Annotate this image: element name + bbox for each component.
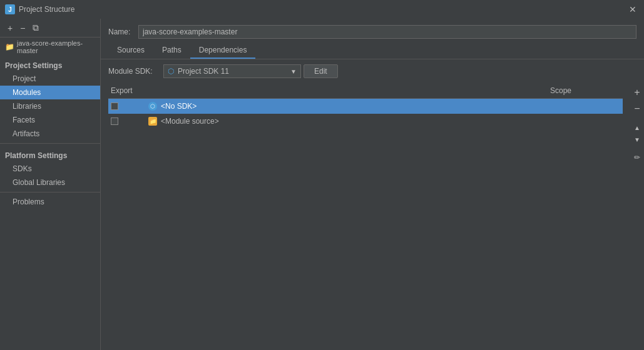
copy-module-button[interactable]: ⧉ [30, 21, 41, 34]
row-export-module-source [108, 116, 146, 126]
close-button[interactable]: ✕ [626, 3, 639, 16]
name-input[interactable] [138, 25, 636, 39]
sdk-select-inner: ⬡ Project SDK 11 [168, 67, 229, 76]
export-checkbox-no-sdk[interactable] [111, 102, 118, 110]
dependencies-table: Export Scope ⬡ <No SD [108, 83, 623, 350]
sidebar-item-project-label: Project [13, 74, 36, 83]
project-settings-header: Project Settings [0, 56, 100, 72]
sidebar-item-modules-label: Modules [13, 88, 41, 97]
edit-sdk-button[interactable]: Edit [304, 64, 338, 78]
sidebar-item-problems-label: Problems [13, 198, 44, 206]
export-checkbox-module-source[interactable] [111, 118, 118, 125]
row-scope-no-sdk [548, 105, 623, 108]
add-dependency-button[interactable]: + [631, 86, 643, 99]
tab-sources[interactable]: Sources [108, 42, 153, 59]
sidebar-item-facets-label: Facets [13, 116, 35, 124]
row-export-no-sdk [108, 101, 146, 111]
remove-dependency-button[interactable]: − [631, 102, 643, 116]
sidebar-item-modules[interactable]: Modules [0, 86, 100, 99]
no-sdk-text: <No SDK> [161, 102, 197, 111]
platform-settings-header: Platform Settings [0, 146, 100, 162]
sidebar-item-project[interactable]: Project [0, 72, 100, 86]
move-up-button[interactable]: ▲ [631, 123, 643, 132]
sidebar-item-problems[interactable]: Problems [0, 195, 100, 209]
row-scope-module-source [548, 120, 623, 122]
sdk-dropdown[interactable]: ⬡ Project SDK 11 ▼ [163, 64, 301, 78]
app-icon: J [5, 4, 15, 14]
module-sdk-row: Module SDK: ⬡ Project SDK 11 ▼ Edit [101, 59, 644, 83]
sdk-select-icon: ⬡ [168, 67, 174, 76]
sidebar-item-global-libraries[interactable]: Global Libraries [0, 176, 100, 189]
divider2 [0, 192, 100, 192]
edit-dependency-button[interactable]: ✏ [631, 152, 643, 163]
module-source-icon: 📁 [148, 117, 157, 126]
sidebar-item-libraries-label: Libraries [13, 102, 41, 111]
side-actions: + − ▲ ▼ ✏ [630, 83, 644, 350]
name-label: Name: [108, 28, 133, 36]
project-structure-window: J Project Structure ✕ + − ⧉ 📁 java-score… [0, 0, 644, 350]
col-header-scope: Scope [548, 85, 623, 96]
folder-icon: 📁 [5, 42, 14, 51]
table-row-module-source[interactable]: 📁 <Module source> [108, 114, 623, 129]
sidebar-item-sdks-label: SDKs [13, 164, 32, 173]
move-down-button[interactable]: ▼ [631, 135, 643, 144]
remove-module-button[interactable]: − [18, 22, 28, 34]
no-sdk-icon: ⬡ [148, 102, 157, 111]
main-content: + − ⧉ 📁 java-score-examples-master Proje… [0, 19, 644, 350]
sidebar-item-global-libraries-label: Global Libraries [13, 178, 65, 187]
tab-paths[interactable]: Paths [153, 42, 190, 59]
col-header-export: Export [108, 85, 146, 96]
sidebar-item-sdks[interactable]: SDKs [0, 162, 100, 176]
title-bar: J Project Structure ✕ [0, 0, 644, 19]
project-item[interactable]: 📁 java-score-examples-master [0, 38, 100, 56]
divider [0, 143, 100, 144]
sdk-label: Module SDK: [108, 67, 158, 76]
table-body: ⬡ <No SDK> 📁 <Modul [108, 99, 623, 350]
module-source-text: <Module source> [161, 117, 219, 126]
right-panel: Name: Sources Paths Dependencies Module … [100, 19, 644, 350]
tabs-row: Sources Paths Dependencies [101, 42, 644, 59]
sidebar-item-libraries[interactable]: Libraries [0, 99, 100, 113]
sidebar-item-facets[interactable]: Facets [0, 113, 100, 127]
row-name-module-source: 📁 <Module source> [146, 116, 548, 127]
title-bar-left: J Project Structure [5, 4, 74, 14]
col-header-name [146, 85, 548, 96]
window-title: Project Structure [19, 5, 74, 14]
add-module-button[interactable]: + [5, 22, 15, 34]
row-name-no-sdk: ⬡ <No SDK> [146, 101, 548, 112]
table-row-no-sdk[interactable]: ⬡ <No SDK> [108, 99, 623, 114]
dependencies-table-area: Export Scope ⬡ <No SD [101, 83, 644, 350]
sidebar-toolbar: + − ⧉ [0, 19, 100, 38]
project-item-name: java-score-examples-master [17, 39, 95, 54]
sidebar-item-artifacts-label: Artifacts [13, 129, 39, 138]
sidebar-item-artifacts[interactable]: Artifacts [0, 127, 100, 141]
sidebar: + − ⧉ 📁 java-score-examples-master Proje… [0, 19, 100, 350]
tab-dependencies[interactable]: Dependencies [190, 42, 256, 59]
chevron-down-icon: ▼ [290, 68, 297, 75]
name-row: Name: [101, 19, 644, 42]
table-header: Export Scope [108, 83, 623, 99]
sdk-select-value: Project SDK 11 [178, 67, 229, 76]
